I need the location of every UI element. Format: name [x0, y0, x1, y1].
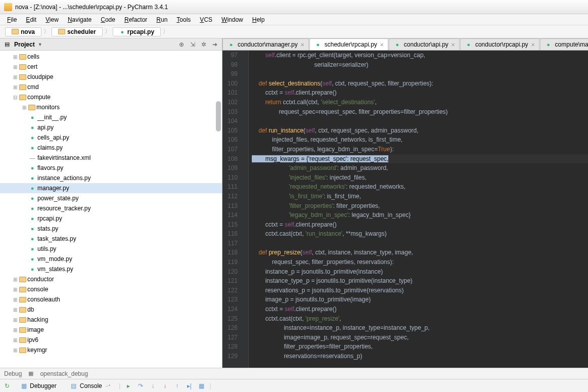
close-icon[interactable]: ✕	[451, 42, 455, 48]
code-line[interactable]	[252, 69, 588, 79]
code-line[interactable]: reservations_p = jsonutils.to_primitive(…	[252, 286, 588, 295]
code-line[interactable]: cctxt = self.client.prepare()	[252, 88, 588, 98]
dropdown-icon[interactable]: ▼	[38, 42, 42, 47]
code-line[interactable]: return cctxt.call(ctxt, 'select_destinat…	[252, 98, 588, 107]
debugger-tab[interactable]: ▦ Debugger	[15, 380, 61, 391]
tree-node[interactable]: ●instance_actions.py	[0, 173, 222, 183]
close-icon[interactable]: ✕	[300, 42, 304, 48]
fold-gutter[interactable]	[242, 51, 249, 368]
debug-label[interactable]: Debug	[4, 370, 22, 377]
tree-node[interactable]: ⊞ipv6	[0, 335, 222, 345]
code-line[interactable]: instance_type_p = jsonutils.to_primitive…	[252, 276, 588, 286]
tree-node[interactable]: ⊞cells	[0, 52, 222, 62]
close-icon[interactable]: ✕	[380, 42, 384, 48]
tree-node[interactable]: ●vm_states.py	[0, 264, 222, 274]
target-icon[interactable]: ⊕	[177, 40, 186, 49]
code-line[interactable]: 'injected_files': injected_files,	[252, 173, 588, 183]
tree-node[interactable]: ●flavors.py	[0, 163, 222, 173]
editor-tab[interactable]: ●conductor\manager.py✕	[222, 38, 309, 50]
tree-toggle-icon[interactable]: ⊞	[12, 297, 18, 302]
code-line[interactable]: 'legacy_bdm_in_spec': legacy_bdm_in_spec…	[252, 210, 588, 220]
tree-node[interactable]: ⊞db	[0, 304, 222, 315]
breadcrumb-item[interactable]: nova	[5, 27, 41, 36]
menu-tools[interactable]: Tools	[172, 15, 195, 24]
tree-node[interactable]: ●power_state.py	[0, 193, 222, 203]
console-tab[interactable]: ▤ Console →*	[65, 380, 115, 391]
code-line[interactable]: 'requested_networks': requested_networks…	[252, 182, 588, 192]
rerun-icon[interactable]: ↻	[3, 382, 11, 390]
code-line[interactable]: cctxt = self.client.prepare()	[252, 220, 588, 230]
code-line[interactable]: 'is_first_time': is_first_time,	[252, 192, 588, 201]
tree-node[interactable]: —fakevirtinstance.xml	[0, 153, 222, 163]
code-line[interactable]: instance_p = jsonutils.to_primitive(inst…	[252, 267, 588, 277]
editor-tab[interactable]: ●conductor\api.py✕	[389, 38, 460, 50]
tree-toggle-icon[interactable]: ⊞	[12, 84, 18, 90]
code-line[interactable]: 'filter_properties': filter_properties,	[252, 201, 588, 211]
tree-node[interactable]: ●resource_tracker.py	[0, 203, 222, 213]
source[interactable]: self.client = rpc.get_client(target, ver…	[249, 51, 588, 368]
menu-navigate[interactable]: Navigate	[64, 15, 96, 24]
tree-node[interactable]: ●task_states.py	[0, 234, 222, 244]
code-line[interactable]	[252, 116, 588, 126]
tree-toggle-icon[interactable]: ⊞	[12, 74, 18, 80]
tree-toggle-icon[interactable]: ⊟	[12, 95, 18, 100]
tree-node[interactable]: ●cells_api.py	[0, 133, 222, 143]
menu-view[interactable]: View	[41, 15, 63, 24]
tree-toggle-icon[interactable]: ⊞	[12, 327, 18, 333]
code-line[interactable]: self.client = rpc.get_client(target, ver…	[252, 51, 588, 60]
code-area[interactable]: 9798991001011021031041051061071081091101…	[222, 51, 588, 368]
tree-node[interactable]: ⊞hacking	[0, 315, 222, 325]
debug-config[interactable]: openstack_debug	[40, 370, 88, 377]
code-line[interactable]: def run_instance(self, ctxt, request_spe…	[252, 126, 588, 136]
tree-toggle-icon[interactable]: ⊞	[12, 287, 18, 292]
tree-toggle-icon[interactable]: ⊞	[21, 105, 27, 110]
menu-run[interactable]: Run	[152, 15, 171, 24]
tree-node[interactable]: ⊞consoleauth	[0, 294, 222, 304]
code-line[interactable]: request_spec=request_spec, filter_proper…	[252, 107, 588, 117]
editor-tab[interactable]: ●conductor\rpcapi.py✕	[460, 38, 539, 50]
code-line[interactable]: cctxt.cast(ctxt, 'run_instance', **msg_k…	[252, 229, 588, 239]
tree-node[interactable]: ⊞cert	[0, 62, 222, 72]
tree-node[interactable]: ⊞keymgr	[0, 345, 222, 355]
tree-node[interactable]: ⊟compute	[0, 92, 222, 102]
code-line[interactable]	[252, 239, 588, 248]
project-header[interactable]: ▤ Project ▼ ⊕ ⇲ ✲ ➔	[0, 38, 222, 51]
tree-node[interactable]: ●claims.py	[0, 143, 222, 153]
menu-file[interactable]: File	[3, 15, 21, 24]
menu-refactor[interactable]: Refactor	[120, 15, 151, 24]
resume-icon[interactable]: ▸	[124, 382, 132, 390]
tree-toggle-icon[interactable]: ⊞	[12, 317, 18, 323]
tree-node[interactable]: ⊞image	[0, 325, 222, 335]
step-out-icon[interactable]: ↑	[173, 382, 181, 390]
code-line[interactable]: 'admin_password': admin_password,	[252, 163, 588, 173]
force-step-icon[interactable]: ↓	[161, 382, 169, 390]
tree-toggle-icon[interactable]: ⊞	[12, 347, 18, 353]
tree-toggle-icon[interactable]: ⊞	[12, 307, 18, 313]
menu-help[interactable]: Help	[248, 15, 269, 24]
tree-node[interactable]: ⊞console	[0, 284, 222, 294]
code-line[interactable]: request_spec, filter_properties, reserva…	[252, 257, 588, 267]
run-to-icon[interactable]: ▸|	[185, 382, 193, 390]
code-line[interactable]: serializer=serializer)	[252, 60, 588, 70]
tree-node[interactable]: ⊞conductor	[0, 274, 222, 284]
gear-icon[interactable]: ✲	[200, 40, 208, 49]
menu-edit[interactable]: Edit	[22, 15, 40, 24]
breadcrumb-item[interactable]: ●rpcapi.py	[113, 27, 161, 36]
code-line[interactable]: cctxt = self.client.prepare()	[252, 304, 588, 314]
code-line[interactable]: instance=instance_p, instance_type=insta…	[252, 323, 588, 333]
tree-node[interactable]: ●vm_mode.py	[0, 254, 222, 264]
hide-icon[interactable]: ➔	[211, 40, 219, 49]
tree-node[interactable]: ●utils.py	[0, 244, 222, 254]
editor-tab[interactable]: ●compute\ma✕	[540, 38, 588, 50]
scrollbar-thumb[interactable]	[216, 101, 221, 132]
code-line[interactable]: cctxt.cast(ctxt, 'prep_resize',	[252, 314, 588, 324]
code-line[interactable]: def select_destinations(self, ctxt, requ…	[252, 79, 588, 89]
tree-node[interactable]: ⊞cloudpipe	[0, 72, 222, 82]
menu-window[interactable]: Window	[217, 15, 247, 24]
code-line[interactable]: filter_properties=filter_properties,	[252, 342, 588, 352]
tree-toggle-icon[interactable]: ⊞	[12, 54, 18, 60]
tree-node[interactable]: ●api.py	[0, 122, 222, 133]
editor-tab[interactable]: ●scheduler\rpcapi.py✕	[309, 38, 388, 50]
tree-node[interactable]: ●rpcapi.py	[0, 213, 222, 224]
tree-node[interactable]: ●__init__.py	[0, 112, 222, 122]
